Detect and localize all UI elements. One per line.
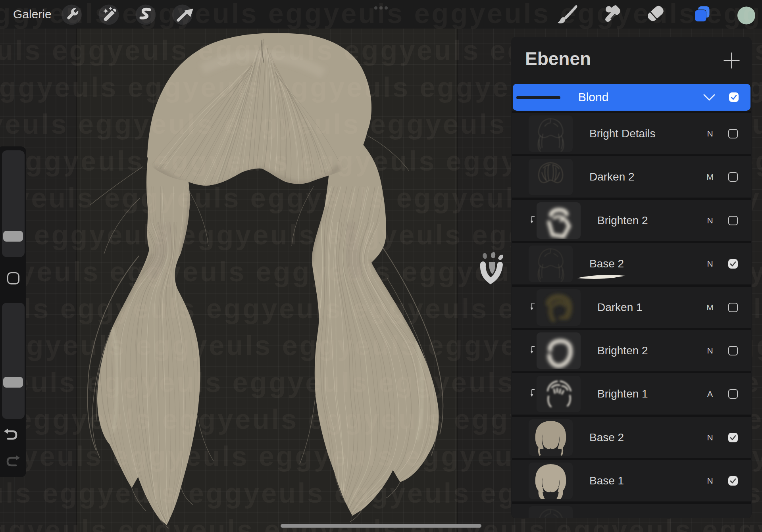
svg-text:eggyeuls eggyeuls eggyeuls egg: eggyeuls eggyeuls eggyeuls eggyeuls eggy… (0, 0, 762, 29)
